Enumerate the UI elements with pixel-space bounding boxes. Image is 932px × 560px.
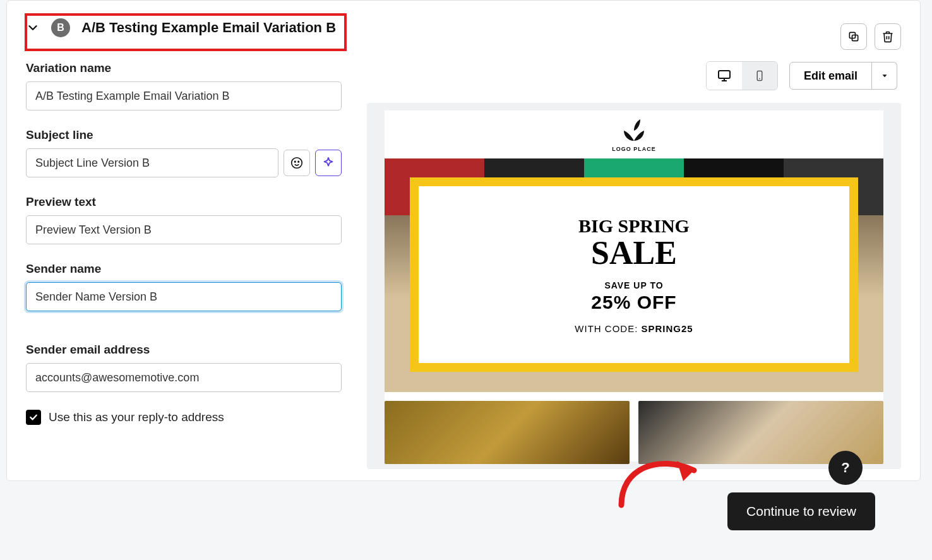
field-variation-name: Variation name: [26, 61, 342, 110]
panel-title: A/B Testing Example Email Variation B: [81, 20, 336, 36]
duplicate-button[interactable]: [840, 23, 867, 50]
chevron-down-icon[interactable]: [26, 21, 40, 35]
label-sender-name: Sender name: [26, 262, 342, 276]
input-sender-email[interactable]: [26, 363, 342, 392]
checkbox-reply-to[interactable]: [26, 410, 41, 425]
preview-column: Edit email LOGO PLACE: [367, 61, 901, 469]
preview-toolbar: Edit email: [367, 61, 901, 90]
sale-headline-2: SALE: [591, 234, 677, 271]
field-sender-email: Sender email address: [26, 343, 342, 392]
sale-card: BIG SPRING SALE SAVE UP TO 25% OFF WITH …: [410, 177, 858, 372]
email-preview-frame: LOGO PLACE BIG SPRING SALE SAVE UP TO 25…: [367, 103, 901, 469]
edit-email-button[interactable]: Edit email: [789, 62, 872, 90]
edit-email-dropdown[interactable]: [872, 62, 897, 90]
svg-marker-10: [882, 74, 887, 77]
label-sender-email: Sender email address: [26, 343, 342, 357]
svg-point-4: [298, 161, 299, 162]
product-thumb-1: [385, 401, 630, 464]
field-subject-line: Subject line: [26, 128, 342, 177]
label-subject-line: Subject line: [26, 128, 342, 142]
edit-email-group: Edit email: [789, 62, 897, 90]
logo-icon: [621, 119, 647, 141]
label-preview-text: Preview text: [26, 195, 342, 209]
variation-badge: B: [51, 18, 70, 37]
field-sender-name: Sender name: [26, 262, 342, 311]
panel-body: Variation name Subject line Preview text: [7, 61, 920, 469]
hero-section: BIG SPRING SALE SAVE UP TO 25% OFF WITH …: [385, 158, 883, 392]
input-subject-line[interactable]: [26, 148, 278, 177]
sale-code-row: WITH CODE: SPRING25: [575, 323, 693, 334]
svg-point-2: [292, 158, 302, 169]
label-reply-to: Use this as your reply-to address: [49, 410, 224, 424]
panel-header: B A/B Testing Example Email Variation B: [7, 1, 920, 61]
input-variation-name[interactable]: [26, 81, 342, 110]
label-variation-name: Variation name: [26, 61, 342, 75]
logo-text: LOGO PLACE: [385, 146, 883, 152]
variation-panel: B A/B Testing Example Email Variation B …: [6, 0, 921, 481]
input-preview-text[interactable]: [26, 215, 342, 244]
desktop-view-button[interactable]: [707, 62, 742, 90]
svg-point-3: [295, 161, 296, 162]
mobile-view-button[interactable]: [742, 62, 777, 90]
sale-percent-off: 25% OFF: [591, 292, 676, 313]
continue-to-review-button[interactable]: Continue to review: [727, 492, 875, 530]
ai-sparkle-button[interactable]: [315, 150, 342, 176]
help-button[interactable]: ?: [828, 451, 863, 485]
sale-code-prefix: WITH CODE:: [575, 323, 641, 334]
emoji-button[interactable]: [284, 150, 310, 176]
header-actions: [840, 23, 901, 50]
reply-to-checkbox-row[interactable]: Use this as your reply-to address: [26, 410, 342, 425]
email-preview: LOGO PLACE BIG SPRING SALE SAVE UP TO 25…: [385, 110, 883, 462]
form-column: Variation name Subject line Preview text: [26, 61, 342, 469]
sale-headline-1: BIG SPRING: [578, 215, 690, 237]
email-logo: LOGO PLACE: [385, 110, 883, 158]
device-toggle: [706, 61, 778, 90]
sale-code: SPRING25: [641, 323, 693, 334]
sale-save-up-to: SAVE UP TO: [604, 280, 663, 290]
delete-button[interactable]: [875, 23, 901, 50]
svg-rect-5: [719, 71, 730, 78]
input-sender-name[interactable]: [26, 282, 342, 311]
field-preview-text: Preview text: [26, 195, 342, 244]
product-row: [385, 392, 883, 464]
